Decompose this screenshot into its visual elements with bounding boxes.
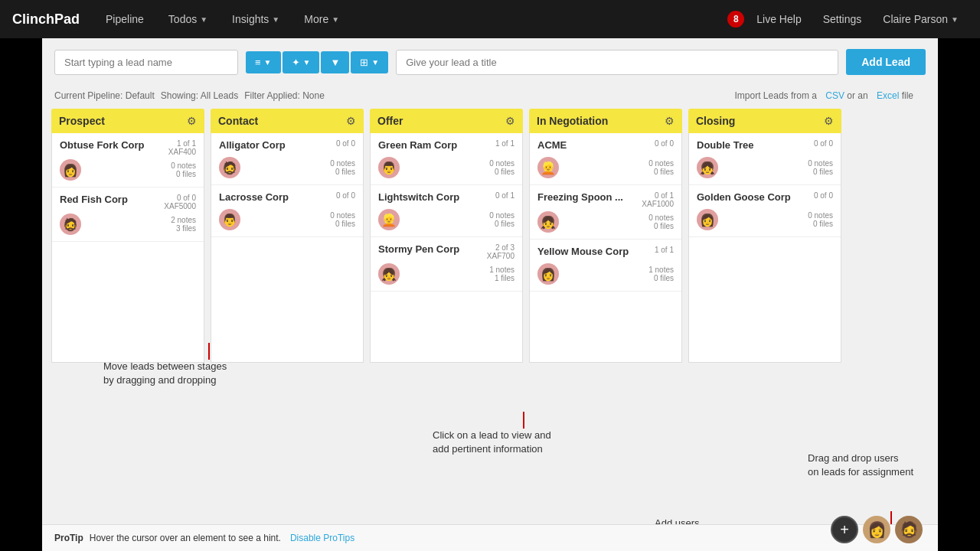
toolbar: ≡ ▼ ✦ ▼ ▼ ⊞ ▼ Add Lead (42, 38, 938, 86)
lead-count: 0 of 0XAF5000 (164, 194, 196, 210)
disable-protips-link[interactable]: Disable ProTips (290, 533, 354, 543)
lead-count: 1 of 1XAF400 (168, 139, 196, 156)
col-header-1: Contact⚙ (211, 109, 364, 133)
avatar: 👧 (537, 211, 559, 233)
avatar: 👧 (697, 157, 718, 178)
column-prospect: Prospect⚙Obtuse Fork Corp1 of 1XAF400👩0 … (51, 109, 204, 363)
star-arrow: ▼ (303, 58, 311, 67)
lead-name: Green Ram Corp (378, 139, 457, 151)
add-lead-button[interactable]: Add Lead (846, 49, 926, 75)
table-row[interactable]: Obtuse Fork Corp1 of 1XAF400👩0 notes0 fi… (52, 133, 204, 187)
col-body-0: Obtuse Fork Corp1 of 1XAF400👩0 notes0 fi… (51, 133, 204, 363)
annotation-click-lead: Click on a lead to view andadd pertinent… (433, 429, 551, 456)
list-arrow: ▼ (264, 58, 272, 67)
lead-stats: 2 notes3 files (171, 216, 196, 233)
lead-name: Yellow Mouse Corp (537, 246, 629, 257)
table-row[interactable]: Stormy Pen Corp2 of 3XAF700👧1 notes1 fil… (371, 237, 522, 292)
avatar: 👨 (378, 157, 400, 178)
todos-chevron: ▼ (200, 15, 207, 24)
lead-name: Stormy Pen Corp (378, 243, 459, 257)
nav-todos[interactable]: Todos▼ (158, 7, 218, 31)
filter-status: Filter Applied: None (244, 90, 325, 101)
lead-count: 0 of 0 (655, 139, 674, 154)
col-body-4: Double Tree0 of 0👧0 notes0 filesGolden G… (688, 133, 841, 363)
lead-count: 0 of 0 (814, 139, 833, 154)
lead-stats: 0 notes0 files (330, 211, 355, 228)
col-gear-1[interactable]: ⚙ (346, 115, 356, 127)
table-row[interactable]: Lacrosse Corp0 of 0👨0 notes0 files (211, 185, 363, 237)
main-wrapper: ≡ ▼ ✦ ▼ ▼ ⊞ ▼ Add Lead Current Pipeline:… (42, 38, 938, 551)
avatar: 🧔 (60, 214, 81, 235)
user-chevron: ▼ (951, 15, 959, 24)
col-gear-2[interactable]: ⚙ (505, 115, 515, 127)
lead-stats: 0 notes0 files (808, 211, 833, 228)
title-input[interactable] (396, 50, 838, 75)
avatar: 👱 (537, 157, 559, 178)
lead-count: 0 of 0 (336, 191, 355, 206)
lead-stats: 1 notes0 files (648, 266, 674, 282)
lead-name: Freezing Spoon ... (537, 191, 623, 205)
table-row[interactable]: Yellow Mouse Corp1 of 1👩1 notes0 files (530, 240, 681, 292)
showing-status: Showing: All Leads (161, 90, 238, 101)
lead-name: Alligator Corp (219, 139, 286, 151)
pipeline: Prospect⚙Obtuse Fork Corp1 of 1XAF400👩0 … (42, 109, 938, 363)
excel-link[interactable]: Excel (877, 90, 899, 101)
avatar: 👧 (378, 263, 400, 285)
lead-count: 0 of 1XAF1000 (642, 191, 674, 208)
nav-insights[interactable]: Insights▼ (221, 7, 290, 31)
lead-count: 1 of 1 (655, 246, 674, 260)
col-title-1: Contact (218, 115, 258, 127)
table-row[interactable]: Lightswitch Corp0 of 1👱0 notes0 files (371, 185, 522, 237)
grid-arrow: ▼ (371, 58, 379, 67)
lead-name: ACME (537, 139, 567, 151)
col-title-4: Closing (696, 115, 735, 127)
add-user-button[interactable]: + (831, 516, 858, 543)
pipeline-status: Current Pipeline: Default (54, 90, 155, 101)
search-input[interactable] (54, 50, 238, 75)
col-title-0: Prospect (59, 115, 105, 127)
insights-chevron: ▼ (272, 15, 279, 24)
col-gear-3[interactable]: ⚙ (665, 115, 675, 127)
col-body-3: ACME0 of 0👱0 notes0 filesFreezing Spoon … (529, 133, 682, 363)
table-row[interactable]: Double Tree0 of 0👧0 notes0 files (689, 133, 841, 185)
avatar: 👩 (537, 263, 559, 285)
notification-badge[interactable]: 8 (727, 11, 744, 28)
table-row[interactable]: Golden Goose Corp0 of 0👩0 notes0 files (689, 185, 841, 237)
lead-name: Golden Goose Corp (697, 191, 791, 203)
lead-stats: 0 notes0 files (648, 214, 674, 230)
nav-live-help[interactable]: Live Help (747, 7, 810, 31)
nav-more[interactable]: More▼ (293, 7, 350, 31)
filter-grid-btn[interactable]: ⊞ ▼ (351, 51, 388, 73)
table-row[interactable]: Red Fish Corp0 of 0XAF5000🧔2 notes3 file… (52, 187, 204, 242)
protip-label: ProTip (54, 533, 83, 543)
column-closing: Closing⚙Double Tree0 of 0👧0 notes0 files… (688, 109, 841, 363)
lead-stats: 1 notes1 files (489, 266, 514, 282)
col-title-3: In Negotiation (537, 115, 608, 127)
filter-list-btn[interactable]: ≡ ▼ (246, 51, 281, 73)
nav-user[interactable]: Claire Parson▼ (874, 7, 968, 31)
avatar-user-2[interactable]: 🧔 (895, 516, 923, 543)
lead-name: Double Tree (697, 139, 753, 151)
avatar-user-1[interactable]: 👩 (863, 516, 890, 543)
table-row[interactable]: Freezing Spoon ...0 of 1XAF1000👧0 notes0… (530, 185, 681, 240)
col-header-4: Closing⚙ (688, 109, 841, 133)
filter-funnel-btn[interactable]: ▼ (321, 51, 349, 73)
annotation-drag-drop: Move leads between stagesby dragging and… (103, 360, 227, 387)
table-row[interactable]: Alligator Corp0 of 0🧔0 notes0 files (211, 133, 363, 185)
col-gear-0[interactable]: ⚙ (187, 115, 197, 127)
table-row[interactable]: ACME0 of 0👱0 notes0 files (530, 133, 681, 185)
col-header-0: Prospect⚙ (51, 109, 204, 133)
nav-pipeline[interactable]: Pipeline (95, 7, 155, 31)
bottom-bar: ProTip Hover the cursor over an element … (42, 524, 938, 551)
navbar: ClinchPad Pipeline Todos▼ Insights▼ More… (0, 0, 980, 38)
avatar: 🧔 (219, 157, 240, 178)
filter-buttons: ≡ ▼ ✦ ▼ ▼ ⊞ ▼ (246, 51, 388, 73)
lead-name: Lacrosse Corp (219, 191, 289, 203)
csv-link[interactable]: CSV (825, 90, 844, 101)
annotation-line-click (523, 412, 524, 429)
more-chevron: ▼ (332, 15, 339, 24)
filter-star-btn[interactable]: ✦ ▼ (283, 51, 320, 73)
table-row[interactable]: Green Ram Corp1 of 1👨0 notes0 files (371, 133, 522, 185)
nav-settings[interactable]: Settings (814, 7, 871, 31)
col-gear-4[interactable]: ⚙ (824, 115, 834, 127)
